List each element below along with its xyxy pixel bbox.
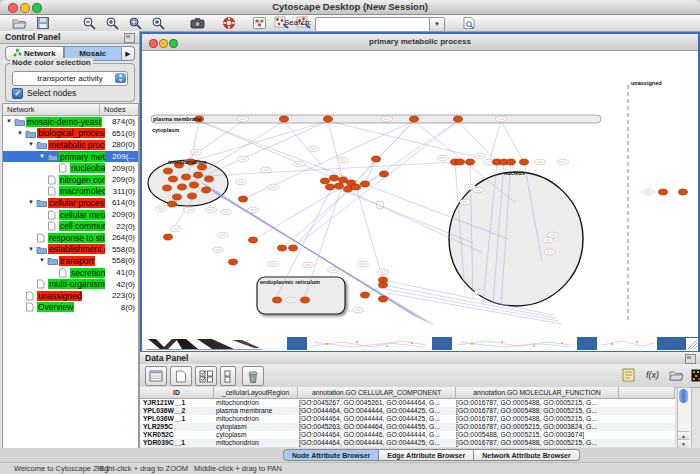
tree-row[interactable]: ▼biological_process651(0) bbox=[3, 128, 138, 140]
tree-row[interactable]: unassigned223(0) bbox=[3, 290, 138, 302]
graph-node[interactable] bbox=[659, 189, 668, 195]
graph-node[interactable] bbox=[188, 193, 197, 199]
graph-node[interactable] bbox=[321, 178, 330, 184]
expander-icon[interactable]: ▼ bbox=[28, 139, 36, 150]
frame-zoom-icon[interactable] bbox=[169, 39, 178, 48]
expander-icon[interactable]: ▼ bbox=[17, 128, 25, 139]
search-options-icon[interactable] bbox=[462, 16, 477, 30]
tree-row[interactable]: ▼cellular process614(0) bbox=[3, 197, 138, 209]
tree-row[interactable]: secretion41(0) bbox=[3, 267, 138, 279]
column-header-region[interactable]: _cellularLayoutRegion bbox=[214, 387, 298, 398]
graph-node[interactable] bbox=[679, 189, 688, 195]
expander-icon[interactable]: ▼ bbox=[28, 197, 36, 208]
graph-node[interactable] bbox=[507, 159, 516, 165]
import-attributes-icon[interactable] bbox=[668, 367, 685, 383]
new-attribute-icon[interactable] bbox=[170, 366, 192, 386]
tree-row[interactable]: ▼transport558(0) bbox=[3, 255, 138, 267]
select-attributes-icon[interactable] bbox=[195, 366, 217, 386]
tree-row[interactable]: macromolecule311(0) bbox=[3, 186, 138, 198]
search-input[interactable] bbox=[315, 17, 433, 32]
table-row[interactable]: YJR121W__1mitochondrion[GO:0045267, GO:0… bbox=[140, 399, 675, 407]
graph-node[interactable] bbox=[178, 184, 187, 190]
float-panel-icon[interactable] bbox=[685, 354, 696, 364]
graph-node[interactable] bbox=[330, 175, 339, 181]
graph-node[interactable] bbox=[249, 237, 258, 243]
tab-network-attribute-browser[interactable]: Network Attribute Browser bbox=[474, 449, 579, 461]
graph-node[interactable] bbox=[168, 201, 177, 207]
close-window-icon[interactable] bbox=[8, 3, 18, 13]
expander-icon[interactable]: ▼ bbox=[39, 255, 47, 266]
open-session-icon[interactable] bbox=[12, 16, 27, 30]
table-vertical-scrollbar[interactable]: ▲ ▼ bbox=[677, 387, 692, 449]
graph-node[interactable] bbox=[169, 176, 178, 182]
table-row[interactable]: YKR052Ccytoplasm[GO:0044464, GO:0044446,… bbox=[140, 431, 675, 439]
scroll-down-icon[interactable]: ▼ bbox=[678, 439, 689, 448]
graph-node[interactable] bbox=[410, 116, 419, 122]
graph-node[interactable] bbox=[164, 234, 173, 240]
table-row[interactable]: YLR295Ccytoplasm[GO:0045263, GO:0044464,… bbox=[140, 423, 675, 431]
graph-node[interactable] bbox=[466, 159, 475, 165]
graph-node[interactable] bbox=[361, 181, 370, 187]
graph-node[interactable] bbox=[454, 116, 463, 122]
vizmapper-icon[interactable] bbox=[252, 16, 267, 30]
graph-node[interactable] bbox=[326, 184, 335, 190]
attribute-matrix-icon[interactable] bbox=[689, 367, 700, 383]
expander-icon[interactable]: ▼ bbox=[39, 151, 47, 162]
graph-node[interactable] bbox=[164, 168, 173, 174]
select-nodes-checkbox[interactable]: ✓ bbox=[12, 88, 23, 99]
tree-row[interactable]: ▼metabolic process280(0) bbox=[3, 139, 138, 151]
graph-node[interactable] bbox=[379, 296, 388, 302]
tree-row[interactable]: cellular metabo209(0) bbox=[3, 209, 138, 221]
help-icon[interactable] bbox=[222, 16, 237, 30]
notes-icon[interactable] bbox=[620, 367, 637, 383]
node-color-dropdown[interactable]: transporter activity ▲▼ bbox=[12, 71, 128, 86]
snapshot-icon[interactable] bbox=[190, 16, 205, 30]
graph-node[interactable] bbox=[335, 183, 344, 189]
tree-row[interactable]: response to stimulu264(0) bbox=[3, 232, 138, 244]
graph-node[interactable] bbox=[273, 297, 282, 303]
unselect-attributes-icon[interactable] bbox=[220, 366, 236, 386]
graph-node[interactable] bbox=[520, 159, 529, 165]
expander-icon[interactable]: ▼ bbox=[6, 116, 14, 127]
graph-node[interactable] bbox=[205, 176, 214, 182]
save-session-icon[interactable] bbox=[36, 16, 51, 30]
column-header-molecular-function[interactable]: annotation.GO MOLECULAR_FUNCTION bbox=[456, 387, 619, 398]
graph-node[interactable] bbox=[289, 245, 298, 251]
graph-node[interactable] bbox=[278, 245, 287, 251]
graph-node[interactable] bbox=[190, 182, 199, 188]
tree-row[interactable]: nucleobase-209(0) bbox=[3, 162, 138, 174]
column-header-id[interactable]: ID bbox=[140, 387, 214, 398]
graph-node[interactable] bbox=[202, 187, 211, 193]
graph-node[interactable] bbox=[339, 177, 348, 183]
tab-edge-attribute-browser[interactable]: Edge Attribute Browser bbox=[379, 449, 474, 461]
more-tabs-arrow-icon[interactable]: ▶ bbox=[122, 46, 135, 61]
tree-row[interactable]: ▼establishment of lo558(0) bbox=[3, 244, 138, 256]
tree-row[interactable]: nitrogen compo209(0) bbox=[3, 174, 138, 186]
tree-row[interactable]: Overview8(0) bbox=[3, 302, 138, 314]
graph-node[interactable] bbox=[229, 259, 238, 265]
tree-column-nodes[interactable]: Nodes bbox=[100, 104, 138, 115]
expander-icon[interactable]: ▼ bbox=[28, 244, 36, 255]
table-row[interactable]: YDR039C__1mitochondrion[GO:0044464, GO:0… bbox=[140, 439, 675, 447]
graph-node[interactable] bbox=[194, 172, 203, 178]
frame-close-icon[interactable] bbox=[149, 39, 158, 48]
zoom-out-icon[interactable] bbox=[82, 16, 97, 30]
graph-node[interactable] bbox=[380, 171, 389, 177]
graph-node[interactable] bbox=[372, 156, 381, 162]
tree-row[interactable]: ▼mosaic-demo-yeast874(0) bbox=[3, 116, 138, 128]
column-header-cellular-component[interactable]: annotation.GO CELLULAR_COMPONENT bbox=[298, 387, 456, 398]
frame-minimize-icon[interactable] bbox=[159, 39, 168, 48]
minimize-window-icon[interactable] bbox=[20, 3, 30, 13]
zoom-fit-icon[interactable] bbox=[128, 16, 143, 30]
graph-node[interactable] bbox=[182, 174, 191, 180]
graph-node[interactable] bbox=[379, 282, 388, 288]
graph-node[interactable] bbox=[239, 196, 248, 202]
scrollbar-thumb[interactable] bbox=[679, 389, 688, 403]
float-panel-icon[interactable] bbox=[124, 33, 135, 43]
attribute-table-icon[interactable] bbox=[145, 366, 167, 386]
network-canvas[interactable]: plasma membranecytoplasmmitochondrionnuc… bbox=[142, 51, 698, 336]
graph-node[interactable] bbox=[280, 116, 289, 122]
formula-builder-icon[interactable]: f(x) bbox=[644, 367, 661, 383]
zoom-in-icon[interactable] bbox=[105, 16, 120, 30]
tab-node-attribute-browser[interactable]: Node Attribute Browser bbox=[283, 449, 379, 461]
